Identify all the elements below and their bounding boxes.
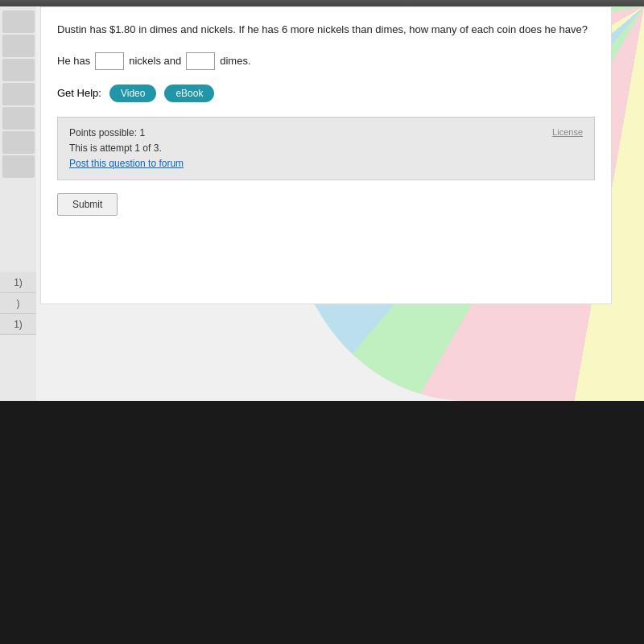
question-text: Dustin has $1.80 in dimes and nickels. I… [57,22,595,38]
main-content-panel: Dustin has $1.80 in dimes and nickels. I… [40,6,612,304]
num-item-2: ) [0,293,36,314]
sidebar-tab-5[interactable] [2,107,35,130]
sidebar-tab-3[interactable] [2,59,35,81]
info-box: Points possible: 1 This is attempt 1 of … [57,117,595,181]
screen-area: Dustin has $1.80 in dimes and nickels. I… [0,6,644,401]
answer-label-middle: nickels and [129,55,181,67]
sidebar-tab-4[interactable] [2,83,35,105]
attempt-text: This is attempt 1 of 3. [69,141,583,156]
sidebar-tab-1[interactable] [2,10,35,33]
submit-button[interactable]: Submit [57,193,118,216]
sidebar [0,6,36,401]
license-link[interactable]: License [552,126,583,140]
answer-label-end: dimes. [220,55,250,67]
answer-row: He has nickels and dimes. [57,52,595,70]
help-row: Get Help: Video eBook [57,85,595,102]
sidebar-tab-6[interactable] [2,131,35,154]
sidebar-tab-7[interactable] [2,155,35,178]
post-question-link[interactable]: Post this question to forum [69,158,184,169]
ebook-button[interactable]: eBook [164,85,214,102]
left-numbers: 1) ) 1) [0,272,36,335]
points-text: Points possible: 1 [69,126,583,141]
answer-label-start: He has [57,55,90,67]
num-item-1: 1) [0,272,36,293]
get-help-label: Get Help: [57,87,101,99]
video-button[interactable]: Video [109,85,156,102]
dime-input[interactable] [186,52,215,70]
nickel-input[interactable] [95,52,124,70]
sidebar-tab-2[interactable] [2,35,35,57]
num-item-3: 1) [0,314,36,335]
